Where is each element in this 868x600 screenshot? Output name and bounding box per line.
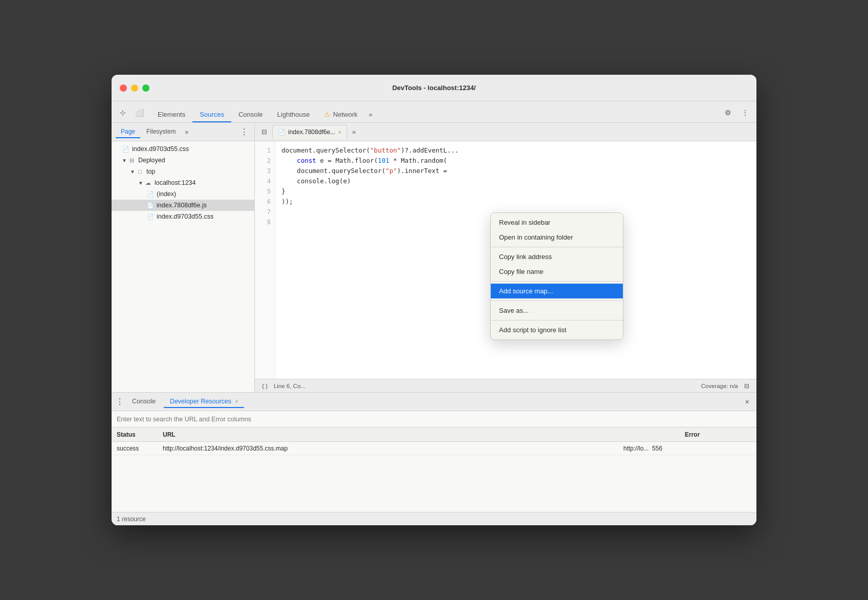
panel-dots[interactable]: ⋮ (238, 126, 250, 138)
nav-icons: ⊹ ⬜ (116, 106, 146, 122)
tree-item-jsfile[interactable]: 📄 index.7808df6e.js (112, 200, 254, 211)
coverage-icon-btn[interactable]: ⊟ (742, 381, 751, 391)
tab-console-bottom[interactable]: Console (126, 396, 162, 408)
ctx-separator-2 (491, 281, 623, 282)
code-line-1: document.querySelector("button")?.addEve… (281, 145, 750, 156)
settings-icon[interactable]: ⚙ (721, 106, 735, 119)
ctx-add-source-map[interactable]: Add source map... (491, 284, 623, 298)
editor-tab-close[interactable]: × (338, 130, 341, 135)
maximize-button[interactable] (142, 84, 149, 92)
header-url: URL (158, 431, 618, 438)
tab-filesystem[interactable]: Filesystem (141, 126, 181, 138)
line-6: 6 (255, 197, 275, 207)
nav-more[interactable]: » (365, 108, 377, 122)
code-line-2: const e = Math.floor(101 * Math.random( (281, 156, 750, 166)
line-8: 8 (255, 217, 275, 227)
tab-file-icon: 📄 (278, 129, 285, 136)
ctx-copy-link[interactable]: Copy link address (491, 249, 623, 264)
dev-resources-close[interactable]: × (235, 399, 238, 404)
ctx-separator-1 (491, 247, 623, 247)
tree-item-index[interactable]: 📄 (index) (112, 188, 254, 200)
top-nav: ⊹ ⬜ Elements Sources Console Lighthouse … (112, 101, 756, 123)
row-url: http://localhost:1234/index.d9703d55.css… (158, 445, 618, 452)
tree-item-css1[interactable]: 📄 index.d9703d55.css (112, 143, 254, 155)
ctx-separator-3 (491, 301, 623, 301)
arrow-top: ▼ (130, 169, 135, 175)
minimize-button[interactable] (131, 84, 138, 92)
device-icon[interactable]: ⬜ (132, 106, 146, 119)
table-row[interactable]: success http://localhost:1234/index.d970… (112, 442, 756, 455)
editor-tab-jsfile[interactable]: 📄 index.7808df6e... × (272, 125, 347, 139)
title-bar: DevTools - localhost:1234/ (112, 75, 756, 101)
window-title: DevTools - localhost:1234/ (392, 84, 475, 92)
main-content: Page Filesystem » ⋮ 📄 index.d9703d55.css… (112, 123, 756, 392)
status-bar: { } Line 6, Co... Coverage: n/a ⊟ (255, 379, 756, 392)
top-folder-icon: □ (136, 167, 144, 176)
tab-dev-resources[interactable]: Developer Resources × (164, 396, 245, 408)
tab-elements[interactable]: Elements (150, 108, 192, 122)
js-file-icon: 📄 (146, 201, 155, 209)
dev-resources-table: Status URL Error success http://localhos… (112, 427, 756, 512)
ctx-copy-name[interactable]: Copy file name (491, 264, 623, 279)
arrow-deployed: ▼ (122, 158, 127, 163)
bottom-panel-close[interactable]: × (742, 397, 752, 407)
tab-console[interactable]: Console (231, 108, 270, 122)
line-3: 3 (255, 166, 275, 176)
tab-network[interactable]: ⚠ Network (317, 108, 364, 122)
format-button[interactable]: { } (260, 382, 270, 390)
css-file-icon2: 📄 (146, 212, 155, 221)
inspect-icon[interactable]: ⊹ (116, 106, 130, 119)
bottom-dots[interactable]: ⋮ (116, 397, 124, 406)
code-line-3: document.querySelector("p").innerText = (281, 166, 750, 176)
code-line-6: )); (281, 197, 750, 207)
row-status: success (112, 445, 158, 452)
toggle-sidebar-icon[interactable]: ⊟ (257, 125, 271, 139)
code-line-5: } (281, 186, 750, 197)
status-right: Coverage: n/a ⊟ (701, 381, 751, 391)
bottom-tabs: ⋮ Console Developer Resources × × (112, 393, 756, 411)
header-error: Error (680, 431, 756, 438)
line-2: 2 (255, 156, 275, 166)
tab-lighthouse[interactable]: Lighthouse (270, 108, 317, 122)
right-panel: ⊟ 📄 index.7808df6e... × » 1 2 3 4 5 6 7 (255, 123, 756, 392)
warning-icon: ⚠ (324, 111, 330, 118)
left-panel: Page Filesystem » ⋮ 📄 index.d9703d55.css… (112, 123, 255, 392)
search-input[interactable] (117, 416, 751, 423)
folder-icon: ⊟ (128, 156, 136, 164)
tree-item-top[interactable]: ▼ □ top (112, 166, 254, 177)
devtools-window: DevTools - localhost:1234/ ⊹ ⬜ Elements … (112, 75, 756, 525)
code-line-4: console.log(e) (281, 176, 750, 186)
tab-sources[interactable]: Sources (192, 108, 231, 122)
ctx-add-ignore[interactable]: Add script to ignore list (491, 323, 623, 337)
table-header: Status URL Error (112, 427, 756, 442)
tree-item-localhost[interactable]: ▼ ☁ localhost:1234 (112, 177, 254, 188)
context-menu: Reveal in sidebar Open in containing fol… (490, 212, 623, 340)
panel-tabs: Page Filesystem » ⋮ (112, 123, 254, 141)
line-4: 4 (255, 176, 275, 186)
file-tree: 📄 index.d9703d55.css ▼ ⊟ Deployed ▼ □ to… (112, 141, 254, 392)
table-footer: 1 resource (112, 512, 756, 525)
line-1: 1 (255, 145, 275, 156)
tree-item-deployed[interactable]: ▼ ⊟ Deployed (112, 155, 254, 166)
css-file-icon: 📄 (122, 145, 130, 153)
close-button[interactable] (120, 84, 127, 92)
ctx-separator-4 (491, 320, 623, 320)
search-bar (112, 411, 756, 427)
editor-tab-more[interactable]: » (348, 128, 360, 136)
editor-tabs: ⊟ 📄 index.7808df6e... × » (255, 123, 756, 141)
coverage-status: Coverage: n/a (701, 383, 738, 389)
bottom-panel: ⋮ Console Developer Resources × × Status… (112, 392, 756, 525)
status-left: { } Line 6, Co... (260, 382, 306, 390)
more-icon[interactable]: ⋮ (738, 106, 752, 119)
tree-item-cssfile[interactable]: 📄 index.d9703d55.css (112, 211, 254, 222)
ctx-reveal[interactable]: Reveal in sidebar (491, 215, 623, 230)
ctx-open-folder[interactable]: Open in containing folder (491, 230, 623, 245)
row-extra: http://lo... 556 (618, 445, 680, 452)
ctx-save-as[interactable]: Save as... (491, 303, 623, 318)
line-numbers: 1 2 3 4 5 6 7 8 (255, 141, 275, 379)
arrow-localhost: ▼ (138, 180, 143, 186)
panel-tab-more[interactable]: » (182, 126, 191, 138)
cloud-icon: ☁ (144, 179, 153, 187)
tab-page[interactable]: Page (116, 126, 140, 138)
header-status: Status (112, 431, 158, 438)
